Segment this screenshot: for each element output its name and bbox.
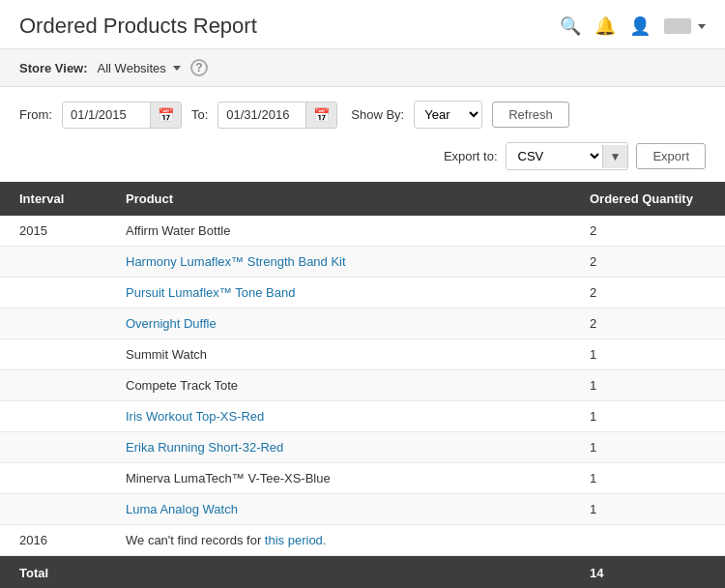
- cell-quantity: 1: [570, 339, 725, 370]
- cell-interval: 2016: [0, 525, 106, 556]
- table-row: Compete Track Tote1: [0, 370, 725, 401]
- product-link[interactable]: Harmony Lumaflex™ Strength Band Kit: [126, 254, 346, 269]
- from-date-group: 📅: [62, 102, 182, 129]
- no-records-link[interactable]: this period.: [265, 533, 327, 547]
- export-format-group: CSV Excel XML ▼: [506, 142, 629, 170]
- cell-interval: [0, 309, 106, 339]
- product-link[interactable]: Iris Workout Top-XS-Red: [126, 409, 264, 424]
- show-by-label: Show By:: [351, 107, 404, 122]
- cell-quantity: 1: [570, 463, 725, 494]
- store-view-bar: Store View: All Websites ?: [0, 49, 725, 87]
- cell-quantity: 2: [570, 278, 725, 309]
- cell-product: Affirm Water Bottle: [106, 216, 570, 247]
- from-date-input[interactable]: [63, 103, 150, 127]
- table-row: Luma Analog Watch1: [0, 494, 725, 525]
- footer-total-label: Total: [0, 556, 106, 589]
- export-format-select[interactable]: CSV Excel XML: [507, 143, 602, 169]
- no-records-text: We can't find records for: [126, 533, 265, 547]
- show-by-select[interactable]: Day Month Year: [414, 101, 482, 129]
- table-row: Erika Running Short-32-Red1: [0, 432, 725, 463]
- search-icon[interactable]: 🔍: [560, 15, 581, 37]
- cell-interval: [0, 339, 106, 370]
- table-row: Minerva LumaTech™ V-Tee-XS-Blue1: [0, 463, 725, 494]
- from-calendar-button[interactable]: 📅: [150, 103, 181, 128]
- col-header-interval: Interval: [0, 182, 106, 216]
- filter-bar: From: 📅 To: 📅 Show By: Day Month Year Re…: [0, 87, 725, 142]
- cell-product: Iris Workout Top-XS-Red: [106, 401, 570, 432]
- help-icon[interactable]: ?: [190, 59, 208, 76]
- header-icons: 🔍 🔔 👤: [560, 15, 706, 37]
- footer-empty: [106, 556, 570, 589]
- cell-interval: [0, 278, 106, 309]
- user-icon[interactable]: 👤: [629, 15, 651, 37]
- to-calendar-button[interactable]: 📅: [305, 103, 336, 128]
- export-dropdown-arrow[interactable]: ▼: [602, 145, 628, 168]
- chevron-down-icon: [698, 24, 706, 29]
- table-row: 2016We can't find records for this perio…: [0, 525, 725, 556]
- cell-product: Erika Running Short-32-Red: [106, 432, 570, 463]
- cell-product: Summit Watch: [106, 339, 570, 370]
- product-link[interactable]: Overnight Duffle: [126, 316, 217, 331]
- cell-interval: 2015: [0, 216, 106, 247]
- cell-interval: [0, 494, 106, 525]
- store-view-value: All Websites: [98, 61, 166, 75]
- product-link[interactable]: Pursuit Lumaflex™ Tone Band: [126, 285, 295, 300]
- cell-quantity: 2: [570, 247, 725, 278]
- table-row: Summit Watch1: [0, 339, 725, 370]
- cell-product: Compete Track Tote: [106, 370, 570, 401]
- refresh-button[interactable]: Refresh: [492, 102, 569, 128]
- data-table: Interval Product Ordered Quantity 2015Af…: [0, 182, 725, 588]
- col-header-quantity: Ordered Quantity: [570, 182, 725, 216]
- cell-quantity: 1: [570, 432, 725, 463]
- table-header-row: Interval Product Ordered Quantity: [0, 182, 725, 216]
- table-row: Harmony Lumaflex™ Strength Band Kit2: [0, 247, 725, 278]
- table-row: Overnight Duffle2: [0, 309, 725, 339]
- cell-quantity: 1: [570, 401, 725, 432]
- from-label: From:: [19, 107, 52, 122]
- table-row: Iris Workout Top-XS-Red1: [0, 401, 725, 432]
- export-bar: Export to: CSV Excel XML ▼ Export: [0, 142, 725, 182]
- cell-interval: [0, 432, 106, 463]
- cell-interval: [0, 247, 106, 278]
- cell-product: We can't find records for this period.: [106, 525, 570, 556]
- cell-interval: [0, 463, 106, 494]
- page-title: Ordered Products Report: [19, 14, 257, 39]
- cell-interval: [0, 401, 106, 432]
- table-row: Pursuit Lumaflex™ Tone Band2: [0, 278, 725, 309]
- cell-interval: [0, 370, 106, 401]
- to-label: To:: [191, 107, 208, 122]
- store-view-selector[interactable]: All Websites: [98, 61, 181, 75]
- export-button[interactable]: Export: [636, 143, 706, 169]
- bell-icon[interactable]: 🔔: [594, 15, 616, 37]
- cell-product: Minerva LumaTech™ V-Tee-XS-Blue: [106, 463, 570, 494]
- cell-product: Pursuit Lumaflex™ Tone Band: [106, 278, 570, 309]
- cell-quantity: 2: [570, 309, 725, 339]
- to-date-group: 📅: [218, 102, 337, 129]
- cell-quantity: [570, 525, 725, 556]
- cell-quantity: 2: [570, 216, 725, 247]
- page-header: Ordered Products Report 🔍 🔔 👤: [0, 0, 725, 49]
- product-link[interactable]: Erika Running Short-32-Red: [126, 440, 283, 455]
- cell-product: Overnight Duffle: [106, 309, 570, 339]
- export-label: Export to:: [444, 149, 498, 163]
- store-view-label: Store View:: [19, 61, 88, 75]
- cell-product: Luma Analog Watch: [106, 494, 570, 525]
- cell-quantity: 1: [570, 494, 725, 525]
- cell-quantity: 1: [570, 370, 725, 401]
- table-row: 2015Affirm Water Bottle2: [0, 216, 725, 247]
- chevron-down-icon: [173, 66, 181, 71]
- footer-total-quantity: 14: [570, 556, 725, 589]
- table-footer-row: Total 14: [0, 556, 725, 589]
- col-header-product: Product: [106, 182, 570, 216]
- to-date-input[interactable]: [218, 103, 305, 127]
- product-link[interactable]: Luma Analog Watch: [126, 502, 238, 516]
- avatar: [664, 18, 691, 34]
- user-menu[interactable]: [664, 18, 706, 34]
- cell-product: Harmony Lumaflex™ Strength Band Kit: [106, 247, 570, 278]
